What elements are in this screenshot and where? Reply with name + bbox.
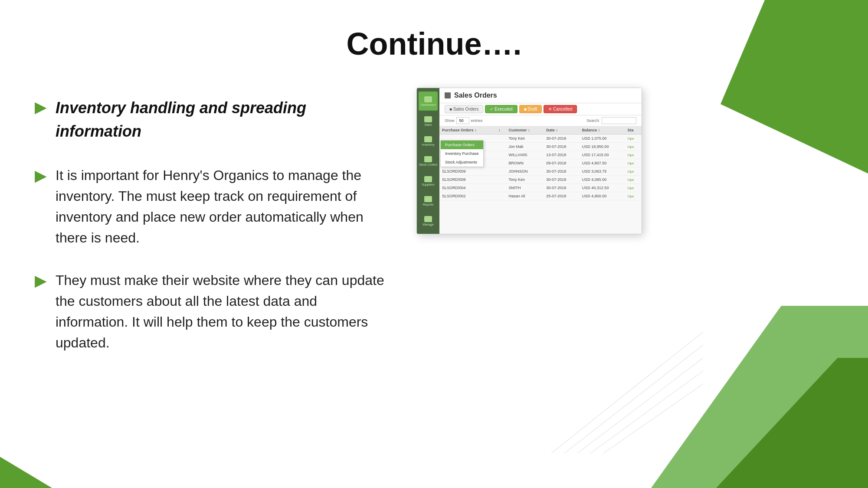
row-balance: USD 1,075.00: [580, 134, 625, 143]
tab-cancelled[interactable]: ✕ Cancelled: [544, 105, 577, 113]
row-customer: Tony Ken: [506, 134, 544, 143]
dropdown-item-inventory-purchase[interactable]: Inventory Purchase: [441, 149, 483, 158]
row-customer: Jon Mak: [506, 143, 544, 151]
row-id: SLSORD/002: [439, 192, 496, 200]
sidebar-icon-sales[interactable]: Sales: [419, 111, 438, 131]
erp-tabs: ■ Sales Orders ✓ Executed ■ Draft ✕ Canc…: [439, 103, 642, 115]
sidebar-icon-manage[interactable]: Manage: [419, 211, 438, 230]
bullet-arrow-1: ▶: [35, 167, 47, 185]
search-label: Search:: [586, 118, 600, 123]
row-balance: USD 4,065.00: [580, 176, 625, 184]
erp-screenshot-panel: Dashboard Sales Inventory Stock Control: [416, 88, 642, 234]
row-balance: USD 4,807.50: [580, 159, 625, 167]
row-customer: Tony Ken: [506, 176, 544, 184]
col-date[interactable]: Date ↕: [544, 126, 580, 134]
row-date: 25-07-2018: [544, 192, 580, 200]
slide-content: Continue…. ▶ Inventory handling and spre…: [0, 0, 868, 488]
row-sort: [496, 159, 506, 167]
sales-orders-icon: [445, 92, 451, 98]
erp-dropdown-menu: Purchase Orders Inventory Purchase Stock…: [440, 140, 484, 167]
tab-draft[interactable]: ■ Draft: [519, 105, 542, 113]
row-balance: USD 3,063.75: [580, 167, 625, 176]
row-balance: USD 17,415.00: [580, 151, 625, 159]
table-row[interactable]: SLSORD/008 Tony Ken 30-07-2018 USD 4,065…: [439, 176, 642, 184]
table-row[interactable]: SLSORD/004 SMITH 30-07-2018 USD 40,312.5…: [439, 184, 642, 192]
slide-title: Continue….: [35, 26, 833, 62]
erp-controls: Show entries Search:: [439, 115, 642, 126]
row-id: SLSORD/004: [439, 184, 496, 192]
bullet-1-item: ▶ It is important for Henry's Organics t…: [35, 165, 390, 248]
screenshot-container: Dashboard Sales Inventory Stock Control: [416, 88, 642, 234]
dropdown-item-stock-adjustments[interactable]: Stock Adjustments: [441, 158, 483, 167]
dropdown-item-purchase-orders[interactable]: Purchase Orders: [441, 141, 483, 149]
row-customer: BROWN: [506, 159, 544, 167]
erp-header-title: Sales Orders: [454, 92, 497, 99]
sidebar-icon-reports[interactable]: Reports: [419, 191, 438, 210]
search-input[interactable]: [602, 117, 636, 124]
row-date: 13-07-2018: [544, 151, 580, 159]
row-id: SLSORD/008: [439, 176, 496, 184]
row-date: 30-07-2018: [544, 184, 580, 192]
row-sort: [496, 143, 506, 151]
col-status[interactable]: Sta: [625, 126, 642, 134]
row-status: Ope: [627, 161, 634, 165]
row-sort: [496, 176, 506, 184]
row-customer: JOHNSON: [506, 167, 544, 176]
row-sort: [496, 184, 506, 192]
tab-sales-orders[interactable]: ■ Sales Orders: [445, 105, 483, 113]
row-date: 09-07-2018: [544, 159, 580, 167]
left-panel: ▶ Inventory handling and spreading infor…: [35, 96, 390, 375]
row-balance: USD 40,312.50: [580, 184, 625, 192]
row-status: Ope: [627, 186, 634, 190]
col-customer[interactable]: Customer ↕: [506, 126, 544, 134]
sidebar-icon-suppliers[interactable]: Suppliers: [419, 171, 438, 190]
erp-main: Sales Orders ■ Sales Orders ✓ Executed ■…: [439, 88, 642, 234]
tab-executed[interactable]: ✓ Executed: [485, 105, 517, 113]
col-sort[interactable]: ↕: [496, 126, 506, 134]
bullet-heading-text: Inventory handling and spreading informa…: [56, 96, 390, 143]
row-status: Ope: [627, 170, 634, 174]
bullet-1-text: It is important for Henry's Organics to …: [56, 165, 390, 248]
row-date: 30-07-2018: [544, 143, 580, 151]
row-sort: [496, 192, 506, 200]
row-date: 30-07-2018: [544, 167, 580, 176]
row-balance: USD 18,950.00: [580, 143, 625, 151]
row-balance: USD 4,800.00: [580, 192, 625, 200]
row-status: Ope: [627, 194, 634, 198]
row-date: 30-07-2018: [544, 176, 580, 184]
sidebar-icon-dashboard[interactable]: Dashboard: [419, 92, 438, 111]
sidebar-icon-stock[interactable]: Stock Control: [419, 151, 438, 170]
row-id: SLSORD/009: [439, 167, 496, 176]
row-customer: Hasan Ali: [506, 192, 544, 200]
sidebar-icon-inventory[interactable]: Inventory: [419, 131, 438, 151]
col-purchase-orders[interactable]: Purchase Orders ↕: [439, 126, 496, 134]
row-sort: [496, 151, 506, 159]
row-sort: [496, 167, 506, 176]
bullet-2-text: They must make their website where they …: [56, 270, 390, 353]
bullet-2-item: ▶ They must make their website where the…: [35, 270, 390, 353]
erp-sidebar: Dashboard Sales Inventory Stock Control: [417, 88, 439, 234]
show-label: Show: [445, 118, 455, 123]
main-layout: ▶ Inventory handling and spreading infor…: [35, 96, 833, 375]
row-status: Ope: [627, 153, 634, 157]
bullet-heading-item: ▶ Inventory handling and spreading infor…: [35, 96, 390, 143]
row-sort: [496, 134, 506, 143]
row-date: 30-07-2018: [544, 134, 580, 143]
erp-header: Sales Orders: [439, 88, 642, 103]
row-customer: SMITH: [506, 184, 544, 192]
row-status: Ope: [627, 178, 634, 182]
bullet-arrow-heading: ▶: [35, 98, 47, 116]
row-customer: WILLIAMS: [506, 151, 544, 159]
show-input[interactable]: [456, 117, 469, 124]
col-balance[interactable]: Balance ↕: [580, 126, 625, 134]
table-row[interactable]: SLSORD/002 Hasan Ali 25-07-2018 USD 4,80…: [439, 192, 642, 200]
row-status: Ope: [627, 145, 634, 149]
row-status: Ope: [627, 137, 634, 141]
table-row[interactable]: SLSORD/009 JOHNSON 30-07-2018 USD 3,063.…: [439, 167, 642, 176]
erp-table-area: Purchase Orders ↕ ↕ Customer ↕ Date ↕ Ba…: [439, 126, 642, 200]
bullet-arrow-2: ▶: [35, 272, 47, 290]
entries-label: entries: [471, 118, 483, 123]
